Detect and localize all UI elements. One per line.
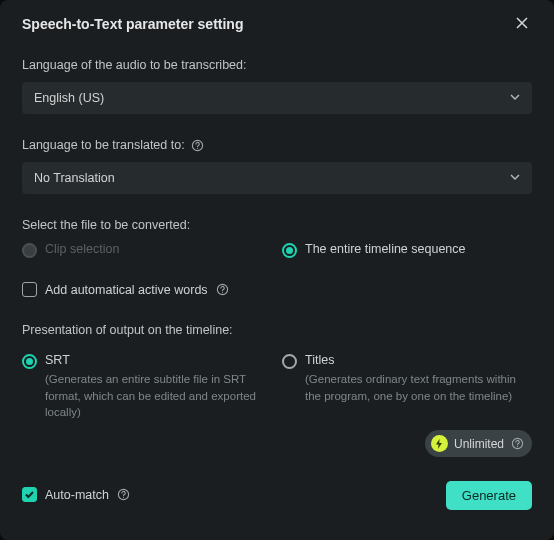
output-group: SRT (Generates an entire subtitle file i… (22, 353, 532, 421)
checkbox-auto-words[interactable]: Add automatical active words (22, 282, 532, 297)
radio-titles[interactable]: Titles (Generates ordinary text fragment… (282, 353, 532, 421)
checkbox-box-icon (22, 487, 37, 502)
titlebar: Speech-to-Text parameter setting (22, 14, 532, 34)
radio-titles-desc: (Generates ordinary text fragments withi… (305, 371, 532, 404)
svg-point-1 (197, 147, 198, 148)
radio-srt[interactable]: SRT (Generates an entire subtitle file i… (22, 353, 272, 421)
translate-lang-value: No Translation (34, 171, 115, 185)
checkbox-box-icon (22, 282, 37, 297)
footer: Auto-match Generate (22, 469, 532, 522)
radio-timeline-label: The entire timeline sequence (305, 242, 466, 256)
radio-srt-body: SRT (Generates an entire subtitle file i… (45, 353, 272, 421)
unlimited-pill[interactable]: Unlimited (425, 430, 532, 457)
checkbox-auto-match[interactable]: Auto-match (22, 487, 131, 502)
audio-lang-value: English (US) (34, 91, 104, 105)
auto-words-label: Add automatical active words (45, 283, 208, 297)
chevron-down-icon (510, 171, 520, 185)
radio-clip-selection: Clip selection (22, 242, 272, 258)
radio-dot-icon (22, 354, 37, 369)
output-label: Presentation of output on the timeline: (22, 323, 532, 337)
radio-dot-icon (282, 354, 297, 369)
close-button[interactable] (512, 14, 532, 34)
file-select-label: Select the file to be converted: (22, 218, 532, 232)
svg-point-3 (222, 292, 223, 293)
translate-lang-label: Language to be translated to: (22, 138, 185, 152)
help-icon[interactable] (191, 138, 205, 152)
radio-dot-icon (282, 243, 297, 258)
auto-match-label: Auto-match (45, 488, 109, 502)
radio-srt-title: SRT (45, 353, 272, 367)
radio-entire-timeline[interactable]: The entire timeline sequence (282, 242, 532, 258)
spacer (22, 421, 532, 430)
radio-titles-title: Titles (305, 353, 532, 367)
svg-point-5 (516, 446, 517, 447)
close-icon (515, 16, 529, 33)
help-icon[interactable] (117, 488, 131, 502)
translate-lang-select[interactable]: No Translation (22, 162, 532, 194)
generate-button[interactable]: Generate (446, 481, 532, 510)
unlimited-label: Unlimited (454, 437, 504, 451)
help-icon[interactable] (510, 437, 524, 451)
chevron-down-icon (510, 91, 520, 105)
help-icon[interactable] (216, 283, 230, 297)
audio-lang-select[interactable]: English (US) (22, 82, 532, 114)
radio-srt-desc: (Generates an entire subtitle file in SR… (45, 371, 272, 421)
radio-dot-icon (22, 243, 37, 258)
dialog-title: Speech-to-Text parameter setting (22, 16, 243, 32)
translate-lang-label-row: Language to be translated to: (22, 138, 532, 152)
file-select-group: Clip selection The entire timeline seque… (22, 242, 532, 258)
svg-point-7 (123, 497, 124, 498)
radio-clip-label: Clip selection (45, 242, 119, 256)
stt-dialog: Speech-to-Text parameter setting Languag… (0, 0, 554, 540)
radio-titles-body: Titles (Generates ordinary text fragment… (305, 353, 532, 404)
bolt-icon (431, 435, 448, 452)
audio-lang-label: Language of the audio to be transcribed: (22, 58, 532, 72)
